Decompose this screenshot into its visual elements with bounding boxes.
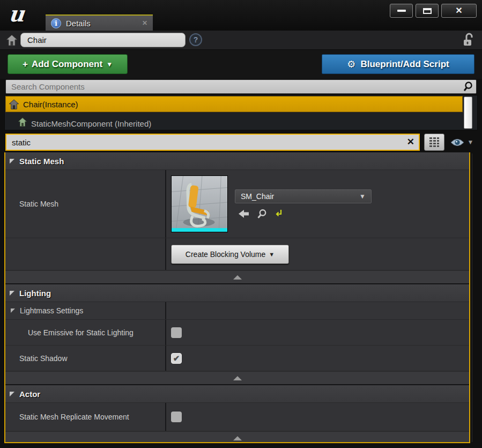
use-selected-arrow-icon[interactable] xyxy=(238,209,249,218)
minimize-icon xyxy=(397,10,406,12)
static-shadow-checkbox[interactable]: ✔ xyxy=(171,353,182,364)
view-options-button[interactable]: ▼ xyxy=(448,135,475,150)
property-row-static-shadow: Static Shadow ✔ xyxy=(5,346,469,371)
plus-icon: + xyxy=(23,59,28,70)
panel-scrollbar-track[interactable] xyxy=(472,153,472,442)
maximize-icon xyxy=(423,8,432,14)
subcategory-lightmass-settings[interactable]: Lightmass Settings xyxy=(5,302,469,320)
property-label: Use Emissive for Static Lighting xyxy=(5,320,165,345)
blueprint-add-script-button[interactable]: ⚙ Blueprint/Add Script xyxy=(322,54,474,74)
show-advanced-strip[interactable] xyxy=(5,371,469,384)
property-label: Static Mesh Replicate Movement xyxy=(5,403,165,431)
collapse-arrow-icon xyxy=(233,376,242,380)
category-static-mesh[interactable]: Static Mesh xyxy=(5,152,469,170)
asset-name: SM_Chair xyxy=(241,192,359,201)
tree-item-staticmeshcomponent[interactable]: StaticMeshComponent (Inherited) xyxy=(5,113,463,131)
property-label: Static Mesh xyxy=(5,170,165,238)
browse-search-icon[interactable] xyxy=(257,209,267,219)
property-matrix-button[interactable] xyxy=(424,134,444,151)
replicate-movement-checkbox[interactable] xyxy=(171,412,182,422)
actor-icon xyxy=(9,99,19,110)
property-label: Static Shadow xyxy=(5,346,165,371)
collapse-arrow-icon xyxy=(233,436,242,440)
expand-arrow-icon[interactable] xyxy=(10,159,14,164)
window-controls: ✕ xyxy=(390,4,477,18)
tree-item-label: StaticMeshComponent (Inherited) xyxy=(31,119,151,128)
expand-arrow-icon[interactable] xyxy=(11,309,15,313)
title-bar: u i Details ✕ ✕ xyxy=(0,0,482,31)
subcategory-label: Lightmass Settings xyxy=(20,306,83,315)
expand-arrow-icon[interactable] xyxy=(10,392,14,396)
maximize-button[interactable] xyxy=(416,4,439,18)
show-advanced-strip[interactable] xyxy=(5,431,469,443)
tree-scrollbar[interactable] xyxy=(464,97,472,129)
close-icon: ✕ xyxy=(455,6,462,15)
component-toolbar: + Add Component ▼ ⚙ Blueprint/Add Script xyxy=(0,50,482,79)
chevron-down-icon: ▼ xyxy=(359,193,366,200)
minimize-button[interactable] xyxy=(390,4,413,18)
expand-arrow-icon[interactable] xyxy=(10,291,14,296)
collapse-arrow-icon xyxy=(233,275,242,280)
category-title: Static Mesh xyxy=(19,157,64,166)
component-tree: Chair(Instance) StaticMeshComponent (Inh… xyxy=(4,95,478,130)
blueprint-add-script-label: Blueprint/Add Script xyxy=(360,59,449,70)
use-emissive-checkbox[interactable] xyxy=(171,327,182,338)
details-filter-input[interactable] xyxy=(5,134,420,151)
gears-icon: ⚙ xyxy=(347,58,355,70)
create-blocking-volume-label: Create Blocking Volume xyxy=(186,250,265,259)
reset-to-default-icon[interactable] xyxy=(275,209,283,218)
property-row-use-emissive: Use Emissive for Static Lighting xyxy=(5,320,469,346)
add-component-label: Add Component xyxy=(32,59,102,70)
property-row-replicate-movement: Static Mesh Replicate Movement xyxy=(5,403,469,431)
category-actor[interactable]: Actor xyxy=(5,385,469,403)
help-icon[interactable]: ? xyxy=(189,33,202,46)
tab-details[interactable]: i Details ✕ xyxy=(46,14,153,31)
unreal-logo-icon: u xyxy=(3,1,30,27)
create-blocking-volume-button[interactable]: Create Blocking Volume ▼ xyxy=(171,245,289,264)
category-title: Actor xyxy=(19,390,40,399)
category-lighting[interactable]: Lighting xyxy=(5,284,469,302)
property-row-create-volume: Create Blocking Volume ▼ xyxy=(5,238,469,270)
details-panel: Static Mesh Static Mesh xyxy=(4,152,470,443)
component-icon xyxy=(18,117,27,127)
tab-details-label: Details xyxy=(66,19,137,28)
static-mesh-thumbnail[interactable] xyxy=(171,175,228,232)
actor-home-icon xyxy=(6,34,18,47)
details-filter: ✕ xyxy=(5,134,420,151)
add-component-button[interactable]: + Add Component ▼ xyxy=(8,54,128,74)
component-search xyxy=(5,79,477,94)
property-row-static-mesh: Static Mesh xyxy=(5,170,469,238)
tree-item-label: Chair(Instance) xyxy=(23,100,78,109)
static-mesh-asset-dropdown[interactable]: SM_Chair ▼ xyxy=(235,189,372,203)
tree-item-chair-instance[interactable]: Chair(Instance) xyxy=(5,96,463,112)
grid-view-icon xyxy=(429,136,440,148)
tab-close-icon[interactable]: ✕ xyxy=(142,19,147,27)
chevron-down-icon: ▼ xyxy=(106,61,113,68)
actor-name-bar: ? xyxy=(0,31,482,50)
check-icon: ✔ xyxy=(173,354,180,362)
clear-filter-icon[interactable]: ✕ xyxy=(407,136,414,148)
show-advanced-strip[interactable] xyxy=(5,270,469,283)
chevron-down-icon: ▼ xyxy=(468,138,474,146)
component-search-input[interactable] xyxy=(5,79,477,94)
search-icon xyxy=(463,81,473,92)
close-button[interactable]: ✕ xyxy=(441,4,477,18)
actor-name-field[interactable] xyxy=(20,33,186,47)
category-title: Lighting xyxy=(19,289,51,298)
details-info-icon: i xyxy=(51,18,61,28)
chevron-down-icon: ▼ xyxy=(269,251,275,258)
unlock-icon[interactable] xyxy=(459,32,474,48)
eye-icon xyxy=(450,138,465,147)
